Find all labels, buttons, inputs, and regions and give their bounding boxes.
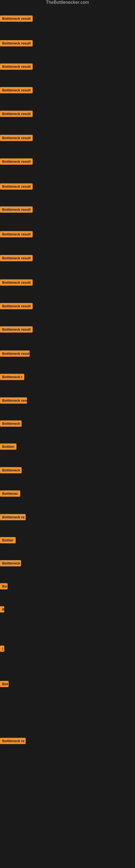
bottleneck-item: Bottleneck result — [0, 87, 33, 94]
bottleneck-item: Bottleneck result — [0, 16, 33, 23]
bottleneck-item: Bottleneck result — [0, 183, 33, 191]
bottleneck-item: Bottlenec — [0, 490, 20, 498]
bottleneck-item: Bottleneck re — [0, 738, 26, 745]
bottleneck-badge: Bo — [0, 583, 8, 589]
bottleneck-item: Bottleneck — [0, 467, 21, 474]
bottleneck-item: Bottleneck result — [0, 255, 33, 262]
bottleneck-badge: Bottleneck re — [0, 514, 26, 520]
bottleneck-badge: Bottleneck result — [0, 255, 33, 261]
bottleneck-badge: Bottleneck resu — [0, 397, 27, 404]
bottleneck-item: Bottleneck result — [0, 40, 33, 48]
bottleneck-item: Bottleneck result — [0, 135, 33, 142]
bottleneck-item: Bottleneck result — [0, 326, 33, 334]
bottleneck-badge: Bottleneck result — [0, 183, 33, 190]
bottleneck-item: Bottlen — [0, 443, 16, 451]
bottleneck-badge: Bottleneck result — [0, 326, 33, 333]
bottleneck-item: Bottleneck result — [0, 207, 33, 214]
bottleneck-item: Bottleneck — [0, 560, 21, 567]
bottleneck-badge: Bottleneck re — [0, 738, 26, 744]
bottleneck-badge: Bottleneck — [0, 467, 21, 473]
bottleneck-item: Bottleneck result — [0, 303, 33, 310]
bottleneck-badge: Bottleneck r — [0, 374, 24, 380]
bottleneck-badge: Bottleneck result — [0, 63, 33, 70]
bottleneck-badge: Bot — [0, 681, 9, 687]
bottleneck-item: Bottleneck r — [0, 374, 24, 381]
bottleneck-badge: Bottleneck result — [0, 158, 33, 165]
bottleneck-item: Bottleneck resu — [0, 397, 27, 405]
bottleneck-badge: Bottleneck — [0, 421, 21, 427]
bottleneck-badge: Bottleneck result — [0, 135, 33, 141]
site-title: TheBottlenecker.com — [46, 0, 89, 6]
bottleneck-badge: Bottleneck result — [0, 279, 33, 286]
bottleneck-badge: Bottleneck — [0, 560, 21, 566]
bottleneck-item: Bottleneck result — [0, 111, 33, 118]
bottleneck-item: Bottleneck result — [0, 158, 33, 166]
bottleneck-item: Bottleneck — [0, 421, 21, 428]
bottleneck-badge: Bottleneck result — [0, 40, 33, 46]
bottleneck-item: Bottleneck result — [0, 231, 33, 239]
bottleneck-item: | — [0, 646, 4, 653]
bottleneck-item: Bo — [0, 583, 8, 590]
bottleneck-badge: Bottlen — [0, 443, 16, 450]
bottleneck-badge: Bottleneck result — [0, 231, 33, 237]
bottleneck-badge: Bottleneck result — [0, 207, 33, 213]
bottleneck-item: Bottleneck result — [0, 63, 33, 71]
bottleneck-item: Bottler — [0, 537, 16, 545]
bottleneck-item: Bottleneck result — [0, 279, 33, 287]
bottleneck-item: Bottleneck re — [0, 514, 26, 521]
bottleneck-badge: B — [0, 606, 4, 613]
site-header: TheBottlenecker.com — [0, 0, 135, 5]
bottleneck-item: Bottleneck result — [0, 350, 30, 358]
bottleneck-badge: Bottleneck result — [0, 303, 33, 309]
bottleneck-badge: Bottleneck result — [0, 16, 33, 22]
bottleneck-badge: Bottleneck result — [0, 350, 30, 357]
bottleneck-item: Bot — [0, 681, 9, 688]
bottleneck-item: B — [0, 606, 4, 614]
bottleneck-badge: Bottleneck result — [0, 111, 33, 117]
bottleneck-badge: Bottlenec — [0, 490, 20, 497]
bottleneck-badge: Bottler — [0, 537, 16, 543]
bottleneck-badge: | — [0, 646, 4, 652]
bottleneck-badge: Bottleneck result — [0, 87, 33, 93]
